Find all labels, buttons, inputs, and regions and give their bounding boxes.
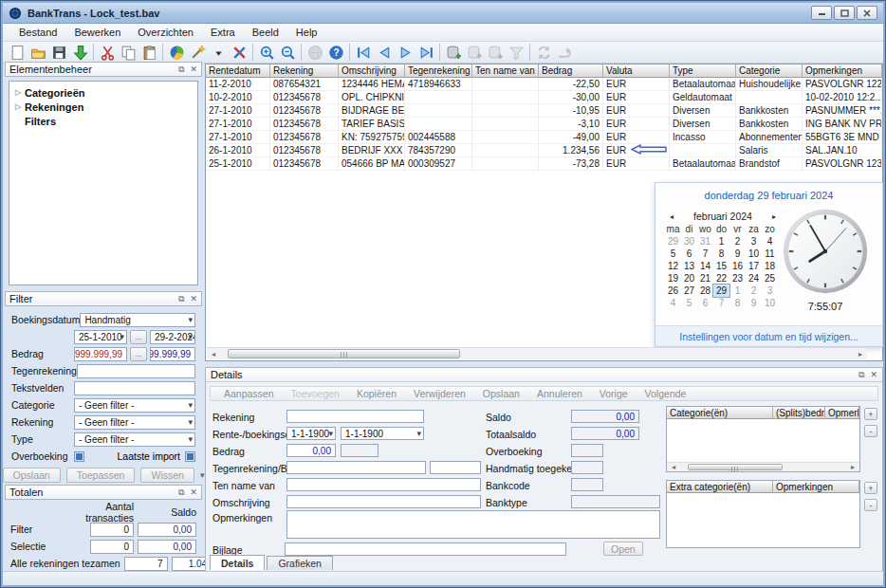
calendar-day[interactable]: 7 [697,248,713,260]
details-action-kopiëren[interactable]: Kopiëren [349,388,404,399]
menu-help[interactable]: Help [287,25,326,40]
date-from-select[interactable]: 25-1-2010 [74,330,127,344]
calendar-day[interactable]: 21 [697,272,713,285]
boekingsdatum-select-details[interactable]: 1-1-1900 [341,427,424,440]
calendar-day[interactable]: 4 [762,235,778,248]
calendar-day[interactable]: 5 [681,297,697,309]
minimize-button[interactable] [811,6,832,20]
tree-item-categorieën[interactable]: ▷Categorieën [11,85,195,100]
bic-input[interactable] [430,461,481,474]
calendar-day[interactable]: 2 [746,285,762,297]
rekening-select[interactable]: - Geen filter - [74,415,195,430]
laatste-import-checkbox[interactable] [185,451,195,462]
opslaan-button[interactable]: Opslaan [3,468,61,483]
close-panel-icon[interactable]: ✕ [190,295,197,303]
new-document-icon[interactable] [7,43,28,62]
column-header-valuta[interactable]: Valuta [603,64,670,78]
details-action-toevoegen[interactable]: Toevoegen [284,388,347,399]
close-panel-icon[interactable]: ✕ [190,65,197,74]
calendar-day[interactable]: 1 [713,235,729,248]
menu-bestand[interactable]: Bestand [10,25,65,40]
date-range-button[interactable]: ... [130,330,147,344]
expander-icon[interactable]: ▷ [11,88,25,97]
expander-icon[interactable]: ▷ [11,102,25,111]
cat-table-scrollbar[interactable]: ◂ ▸ [667,462,859,471]
import-arrow-icon[interactable] [69,43,90,62]
calendar-day[interactable]: 7 [713,297,729,309]
calendar-day[interactable]: 6 [681,248,697,260]
details-action-volgende[interactable]: Volgende [637,388,694,399]
calendar-day[interactable]: 5 [665,248,681,260]
column-header-omschrijving[interactable]: Omschrijving [339,64,405,78]
calendar-day[interactable]: 2 [729,235,746,248]
calendar-day[interactable]: 22 [713,272,729,285]
tree-item-rekeningen[interactable]: ▷Rekeningen [11,100,195,114]
float-panel-icon[interactable]: ⧉ [178,295,184,303]
cat-col-opmerkingen[interactable]: Opmerkingen [825,407,859,419]
calendar-day[interactable]: 12 [665,260,681,272]
tegenrekening-input[interactable] [77,364,195,378]
pie-chart-icon[interactable] [166,43,187,62]
column-header-opmerkingen[interactable]: Opmerkingen [803,64,882,78]
menu-extra[interactable]: Extra [202,25,244,40]
wissen-button[interactable]: Wissen [140,468,194,483]
bedrag-max-input[interactable]: 9.999.999,99 [150,347,195,361]
remove-categorie-button[interactable]: - [864,425,877,437]
wissen-dropdown-caret[interactable]: ▾ [200,471,205,480]
calendar-day[interactable]: 15 [713,260,729,272]
column-header-tegenrekening[interactable]: Tegenrekening [405,64,472,78]
bijlage-input[interactable] [285,542,566,556]
categorie-select[interactable]: - Geen filter - [74,398,195,413]
menu-overzichten[interactable]: Overzichten [129,25,202,40]
type-select[interactable]: - Geen filter - [74,432,195,447]
calendar-day[interactable]: 23 [729,272,746,285]
calendar-day[interactable]: 8 [729,297,746,309]
add-categorie-button[interactable]: + [864,408,877,420]
scroll-right-icon[interactable]: ▸ [854,350,867,358]
bedrag-range-button[interactable]: ... [130,347,147,361]
help-icon[interactable]: ? [325,43,346,62]
bedrag-min-input[interactable]: -9.999.999,99 [74,347,127,361]
scroll-left-icon[interactable]: ◂ [667,463,680,471]
date-to-select[interactable]: 29-2-2024 [150,330,195,344]
nav-previous-icon[interactable] [374,43,395,62]
toepassen-button[interactable]: Toepassen [66,468,136,483]
omschrijving-input[interactable] [286,495,481,508]
zoom-in-icon[interactable] [256,43,277,62]
calendar-day[interactable]: 6 [697,297,713,309]
boekingsdatum-select[interactable]: Handmatig [80,313,195,327]
zoom-out-icon[interactable] [277,43,298,62]
calendar-day[interactable]: 11 [762,248,778,260]
calendar-day[interactable]: 30 [681,235,697,248]
details-action-vorige[interactable]: Vorige [592,388,636,399]
tekstvelden-input[interactable] [74,381,195,395]
cat-col-splitsbedrag[interactable]: (Splits)bedrag [773,407,825,419]
close-button[interactable] [857,6,877,20]
nav-next-icon[interactable] [395,43,415,62]
float-panel-icon[interactable]: ⧉ [178,65,184,74]
calendar-day[interactable]: 14 [697,260,713,272]
save-icon[interactable] [48,43,69,62]
title-bar[interactable]: BankTrans - Lock_test.bav [3,3,883,24]
column-header-bedrag[interactable]: Bedrag [539,64,603,78]
details-action-verwijderen[interactable]: Verwijderen [406,388,473,399]
transaction-row[interactable]: 25-1-2010012345678054666 BP MAAS...00030… [206,157,882,171]
calendar-day[interactable]: 9 [729,248,746,260]
calendar-day[interactable]: 1 [729,285,746,297]
calendar-day[interactable]: 25 [762,272,778,285]
calendar-day[interactable]: 16 [729,260,746,272]
column-header-ten-name-van[interactable]: Ten name van [472,64,539,78]
transaction-row[interactable]: 27-1-2010012345678TARIEF BASISPA...-3,10… [206,118,882,131]
remove-extra-categorie-button[interactable]: - [864,499,877,511]
open-bijlage-button[interactable]: Open [603,542,643,556]
float-panel-icon[interactable]: ⧉ [178,488,184,497]
extra-col-opmerkingen[interactable]: Opmerkingen [773,481,859,493]
transaction-row[interactable]: 11-2-20100876543211234446 HEMA D...47189… [206,78,882,91]
db-add-icon[interactable] [443,43,464,62]
details-action-opslaan[interactable]: Opslaan [475,388,527,399]
calendar-day[interactable]: 20 [681,272,697,285]
calendar-day[interactable]: 24 [746,272,762,285]
calendar-day[interactable]: 3 [746,235,762,248]
cut-icon[interactable] [97,43,118,62]
calendar-day[interactable]: 19 [665,272,681,285]
